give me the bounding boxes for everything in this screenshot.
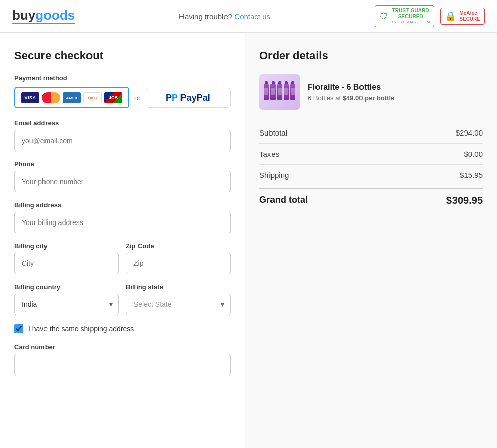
order-panel: Order details Floralite - 6 Bottles 6 Bo… <box>245 33 497 448</box>
product-price: $49.00 per bottle <box>343 94 395 102</box>
product-image <box>259 74 300 110</box>
logo-underline <box>12 23 75 24</box>
email-group: Email address <box>14 119 231 151</box>
email-input[interactable] <box>14 130 231 151</box>
bottle-5 <box>290 84 295 100</box>
checkout-panel: Secure checkout Payment method VISA AMEX… <box>0 33 245 448</box>
billing-state-label: Billing state <box>126 283 231 291</box>
product-row: Floralite - 6 Bottles 6 Bottles at $49.0… <box>259 74 483 110</box>
billing-address-input[interactable] <box>14 212 231 233</box>
or-divider: or <box>134 94 141 102</box>
same-shipping-group: I have the same shipping address <box>14 324 231 333</box>
card-number-group: Card number <box>14 343 231 375</box>
trust-line2: SECURED <box>391 14 430 20</box>
state-select-wrapper: Select State Andhra Pradesh Delhi Gujara… <box>126 294 231 315</box>
billing-city-label: Billing city <box>14 242 119 250</box>
header-help-text: Having trouble? Contact us <box>179 12 270 21</box>
bottle-2 <box>270 84 276 100</box>
taxes-label: Taxes <box>259 150 279 158</box>
email-label: Email address <box>14 119 231 127</box>
state-select[interactable]: Select State Andhra Pradesh Delhi Gujara… <box>126 294 231 315</box>
payment-method-label: Payment method <box>14 74 231 82</box>
header: buygoods Having trouble? Contact us 🛡 TR… <box>0 0 497 33</box>
discover-icon: DISC <box>83 92 102 103</box>
country-group: Billing country India United States Unit… <box>14 283 119 315</box>
logo-buy: buy <box>12 8 35 23</box>
same-shipping-label[interactable]: I have the same shipping address <box>28 325 134 333</box>
subtotal-value: $294.00 <box>456 128 483 137</box>
mcafee-text: McAfee SECURE <box>459 10 480 22</box>
zip-input[interactable] <box>126 253 231 274</box>
card-number-label: Card number <box>14 343 231 351</box>
city-zip-row: Billing city Zip Code <box>14 242 231 274</box>
amex-icon: AMEX <box>63 92 81 103</box>
zip-group: Zip Code <box>126 242 231 274</box>
trustguard-badge: 🛡 TRUST GUARD SECURED TRUSTGUARD.COM <box>375 5 434 27</box>
taxes-value: $0.00 <box>464 150 483 158</box>
product-desc-prefix: 6 Bottles at <box>308 94 343 102</box>
page-title: Secure checkout <box>14 49 231 62</box>
country-state-row: Billing country India United States Unit… <box>14 283 231 315</box>
city-input[interactable] <box>14 253 119 274</box>
city-group: Billing city <box>14 242 119 274</box>
order-title: Order details <box>259 49 483 62</box>
zip-label: Zip Code <box>126 242 231 250</box>
billing-country-label: Billing country <box>14 283 119 291</box>
grand-total-row: Grand total $309.95 <box>259 188 483 212</box>
shield-icon: 🛡 <box>379 11 388 22</box>
main-content: Secure checkout Payment method VISA AMEX… <box>0 33 497 448</box>
trouble-text: Having trouble? <box>179 12 232 21</box>
mcafee-line1: McAfee <box>459 10 480 16</box>
trust-badge-text: TRUST GUARD SECURED TRUSTGUARD.COM <box>391 8 430 25</box>
card-number-input[interactable] <box>14 354 231 375</box>
state-group: Billing state Select State Andhra Prades… <box>126 283 231 315</box>
mcafee-line2: SECURE <box>459 16 480 22</box>
billing-address-group: Billing address <box>14 201 231 233</box>
trust-sub: TRUSTGUARD.COM <box>391 20 430 25</box>
product-name: Floralite - 6 Bottles <box>308 83 394 92</box>
jcb-icon: JCB <box>104 92 122 103</box>
header-badges: 🛡 TRUST GUARD SECURED TRUSTGUARD.COM 🔒 M… <box>375 5 485 27</box>
logo: buygoods <box>12 9 75 24</box>
shipping-value: $15.95 <box>460 171 483 180</box>
logo-goods: goods <box>35 8 75 23</box>
bottle-3 <box>277 84 282 100</box>
card-tab[interactable]: VISA AMEX DISC JCB <box>14 87 129 108</box>
visa-icon: VISA <box>21 92 39 103</box>
bottle-4 <box>284 84 289 100</box>
trust-line1: TRUST GUARD <box>391 8 430 14</box>
paypal-label: PayPal <box>180 93 210 103</box>
payment-method-options: VISA AMEX DISC JCB or PP PayPal <box>14 87 231 108</box>
same-shipping-checkbox[interactable] <box>14 324 23 333</box>
taxes-row: Taxes $0.00 <box>259 143 483 164</box>
bottle-group <box>264 84 295 100</box>
shipping-label: Shipping <box>259 171 289 180</box>
shipping-row: Shipping $15.95 <box>259 164 483 186</box>
payment-method-group: Payment method VISA AMEX DISC JCB or PP <box>14 74 231 108</box>
mcafee-badge: 🔒 McAfee SECURE <box>440 8 485 25</box>
mastercard-icon <box>42 92 60 103</box>
paypal-logo: PP PayPal <box>166 93 210 103</box>
phone-label: Phone <box>14 160 231 168</box>
subtotal-label: Subtotal <box>259 128 287 137</box>
country-select-wrapper: India United States United Kingdom Canad… <box>14 294 119 315</box>
grand-total-value: $309.95 <box>446 195 483 206</box>
phone-input[interactable] <box>14 171 231 192</box>
billing-address-label: Billing address <box>14 201 231 209</box>
product-info: Floralite - 6 Bottles 6 Bottles at $49.0… <box>308 83 394 102</box>
mcafee-icon: 🔒 <box>445 11 456 22</box>
bottle-1 <box>264 84 269 100</box>
product-desc: 6 Bottles at $49.00 per bottle <box>308 94 394 102</box>
contact-link[interactable]: Contact us <box>234 12 270 21</box>
country-select[interactable]: India United States United Kingdom Canad… <box>14 294 119 315</box>
subtotal-row: Subtotal $294.00 <box>259 122 483 143</box>
phone-group: Phone <box>14 160 231 192</box>
grand-total-label: Grand total <box>259 195 308 206</box>
paypal-tab[interactable]: PP PayPal <box>146 88 231 108</box>
